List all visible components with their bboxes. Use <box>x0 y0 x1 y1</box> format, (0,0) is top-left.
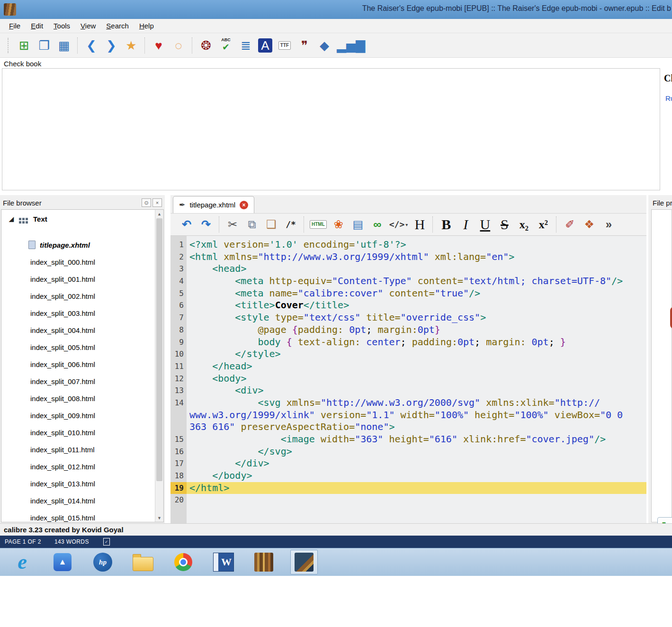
code-row[interactable]: 15 <image width="363" height="616" xlink… <box>170 433 646 446</box>
expander-icon[interactable]: ◢ <box>9 215 14 223</box>
word-page-count[interactable]: PAGE 1 OF 2 <box>5 538 41 545</box>
undock-button[interactable]: ⊙ <box>142 198 151 207</box>
strikethrough-icon[interactable]: S <box>497 215 512 233</box>
close-panel-button[interactable]: × <box>152 198 162 207</box>
subscript-icon[interactable]: x₂ <box>516 215 531 233</box>
tab-close-button[interactable]: × <box>240 201 248 209</box>
menu-help[interactable]: Help <box>134 22 159 30</box>
code-row[interactable]: 17 </div> <box>170 457 646 470</box>
refresh-preview-button[interactable]: ↻ <box>657 517 672 523</box>
proofing-icon[interactable]: ✓ <box>103 538 110 546</box>
cut-icon[interactable]: ✂ <box>225 215 240 233</box>
code-row[interactable]: 19</html> <box>170 482 646 494</box>
file-item[interactable]: index_split_013.html <box>1 475 155 492</box>
taskbar-internet-explorer[interactable]: e <box>9 550 36 574</box>
fill-color-icon[interactable]: ❖ <box>582 215 597 233</box>
smarten-punctuation-icon[interactable]: ❞ <box>297 36 312 54</box>
file-item[interactable]: index_split_014.html <box>1 492 155 509</box>
tree-section-text[interactable]: ◢ Text <box>1 210 163 228</box>
file-item[interactable]: index_split_004.html <box>1 322 155 339</box>
taskbar-calibre-library[interactable] <box>250 550 278 574</box>
code-row[interactable]: 14 <svg xmlns="http://www.w3.org/2000/sv… <box>170 397 646 409</box>
file-item[interactable]: index_split_010.html <box>1 424 155 441</box>
file-item[interactable]: index_split_008.html <box>1 390 155 407</box>
taskbar-chrome[interactable] <box>170 550 197 574</box>
insert-link-icon[interactable]: ∞ <box>370 215 385 233</box>
word-word-count[interactable]: 143 WORDS <box>54 538 89 545</box>
donate-heart-icon[interactable]: ♥ <box>151 36 166 54</box>
file-item[interactable]: index_split_007.html <box>1 373 155 390</box>
code-row[interactable]: 12 <body> <box>170 373 646 385</box>
code-row[interactable]: 9 body { text-align: center; padding:0pt… <box>170 336 646 349</box>
insert-html-file-icon[interactable]: HTML <box>310 215 327 233</box>
spell-check-icon[interactable]: ABC✔ <box>218 36 233 54</box>
menu-edit[interactable]: Edit <box>26 22 48 30</box>
scroll-up-arrow[interactable]: ▲ <box>155 210 163 218</box>
redo-icon[interactable]: ↷ <box>198 215 214 233</box>
forward-icon[interactable]: ❯ <box>104 36 119 54</box>
file-item[interactable]: index_split_000.html <box>1 253 155 270</box>
paste-icon[interactable]: ❑ <box>264 215 279 233</box>
undo-icon[interactable]: ↶ <box>179 215 194 233</box>
new-file-icon[interactable]: ⊞ <box>17 36 32 54</box>
code-row[interactable]: 7 <style type="text/css" title="override… <box>170 312 646 324</box>
underline-icon[interactable]: U <box>477 215 493 233</box>
taskbar-file-explorer[interactable] <box>129 550 157 574</box>
file-item[interactable]: index_split_005.html <box>1 339 155 356</box>
run-check-link[interactable]: Run check <box>665 94 672 102</box>
file-item[interactable]: index_split_001.html <box>1 270 155 287</box>
code-row[interactable]: 11 </head> <box>170 360 646 373</box>
comment-icon[interactable]: /* <box>283 215 298 233</box>
code-row[interactable]: 20 <box>170 494 646 506</box>
italic-icon[interactable]: I <box>458 215 473 233</box>
code-row[interactable]: 1<?xml version='1.0' encoding='utf-8'?> <box>170 239 646 251</box>
menu-tools[interactable]: Tools <box>48 22 75 30</box>
busy-circle-icon[interactable]: ◌ <box>171 36 186 54</box>
taskbar-word[interactable]: W <box>210 550 237 574</box>
text-color-pen-icon[interactable]: ✐ <box>562 215 577 233</box>
code-row[interactable]: www.w3.org/1999/xlink" version="1.1" wid… <box>170 409 646 421</box>
image-browser-icon[interactable]: ▤ <box>350 215 366 233</box>
reports-icon[interactable]: ▂▅▇ <box>337 36 365 54</box>
menu-view[interactable]: View <box>75 22 101 30</box>
taskbar-hp[interactable]: hp <box>89 550 116 574</box>
scrollbar-thumb[interactable] <box>156 218 162 481</box>
code-row[interactable]: 5 <meta name="calibre:cover" content="tr… <box>170 287 646 300</box>
code-row[interactable]: 3 <head> <box>170 263 646 275</box>
bold-icon[interactable]: B <box>439 215 454 233</box>
file-item[interactable]: index_split_011.html <box>1 441 155 458</box>
code-row[interactable]: 13 <div> <box>170 385 646 397</box>
file-browser-scrollbar[interactable]: ▲ ▼ <box>155 210 163 522</box>
bookmark-icon[interactable]: ★ <box>124 36 139 54</box>
back-icon[interactable]: ❮ <box>84 36 99 54</box>
more-tools-icon[interactable]: » <box>601 215 616 233</box>
transform-icon[interactable]: ◆ <box>317 36 332 54</box>
code-row[interactable]: 8 @page {padding: 0pt; margin:0pt} <box>170 324 646 336</box>
insert-image-tulip-icon[interactable]: ❀ <box>331 215 346 233</box>
menu-file[interactable]: File <box>4 22 26 30</box>
save-icon[interactable]: ▦ <box>56 36 72 54</box>
open-book-icon[interactable]: ❐ <box>36 36 52 54</box>
file-item[interactable]: index_split_012.html <box>1 458 155 475</box>
scroll-down-arrow[interactable]: ▼ <box>155 514 163 522</box>
file-item[interactable]: index_split_009.html <box>1 407 155 424</box>
taskbar-calibre-editor[interactable] <box>290 550 318 574</box>
code-row[interactable]: 16 </svg> <box>170 446 646 458</box>
file-item[interactable]: index_split_002.html <box>1 287 155 305</box>
check-book-bug-icon[interactable]: ❂ <box>198 36 214 54</box>
file-item[interactable]: index_split_003.html <box>1 305 155 322</box>
code-row[interactable]: 6 <title>Cover</title> <box>170 299 646 312</box>
manage-fonts-icon[interactable]: A <box>258 38 272 53</box>
insert-tag-icon[interactable]: </>▾ <box>389 215 408 233</box>
code-row[interactable]: 18 </body> <box>170 470 646 482</box>
heading-icon[interactable]: H <box>412 215 427 233</box>
code-row[interactable]: 2<html xmlns="http://www.w3.org/1999/xht… <box>170 251 646 263</box>
menu-search[interactable]: Search <box>101 22 134 30</box>
file-item[interactable]: index_split_006.html <box>1 356 155 373</box>
code-row[interactable]: 363 616" preserveAspectRatio="none"> <box>170 421 646 433</box>
superscript-icon[interactable]: x² <box>536 215 551 233</box>
taskbar-rocket-app[interactable]: ▲ <box>49 550 76 574</box>
file-item[interactable]: titlepage.xhtml <box>1 236 155 253</box>
copy-icon[interactable]: ⧉ <box>244 215 260 233</box>
fix-html-icon[interactable]: ≣ <box>238 36 253 54</box>
